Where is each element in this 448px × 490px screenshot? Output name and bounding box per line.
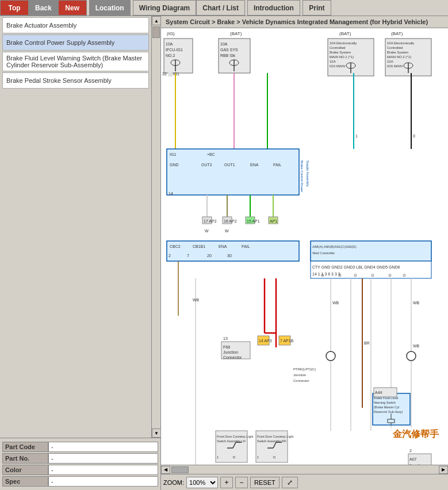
- prop-label-color: Color: [2, 465, 48, 475]
- svg-text:7: 7: [187, 254, 189, 258]
- svg-text:⊙: ⊙: [403, 273, 406, 277]
- svg-text:10A Electronically: 10A Electronically: [387, 41, 414, 45]
- svg-text:IGS MAIN: IGS MAIN: [387, 64, 403, 68]
- introduction-button[interactable]: Introduction: [247, 0, 300, 16]
- svg-text:1: 1: [355, 134, 358, 138]
- svg-text:GAS SYS: GAS SYS: [220, 48, 238, 52]
- svg-text:(BAT): (BAT): [339, 31, 351, 36]
- svg-text:ENA: ENA: [250, 163, 259, 167]
- svg-text:10A: 10A: [330, 60, 336, 63]
- prop-label-partno: Part No.: [2, 453, 48, 464]
- prop-value-partno: -: [48, 453, 158, 464]
- left-panel: Brake Actuator Assembly Brake Control Po…: [0, 16, 161, 490]
- svg-text:Junction: Junction: [409, 464, 424, 465]
- svg-text:0: 0: [413, 134, 415, 138]
- svg-text:CBC2: CBC2: [170, 244, 181, 248]
- svg-text:IGS MAIN: IGS MAIN: [330, 64, 345, 68]
- svg-text:Brake Control Power: Brake Control Power: [300, 160, 304, 192]
- h-scroll-thumb[interactable]: [171, 466, 189, 473]
- chart-list-button[interactable]: Chart / List: [196, 0, 245, 16]
- svg-text:IG1: IG1: [170, 152, 176, 156]
- scroll-up-arrow[interactable]: ▲: [152, 16, 160, 25]
- svg-text:32 ⬜IG1: 32 ⬜IG1: [162, 71, 179, 76]
- diagram-scroll[interactable]: (IG) (BAT) (BAT) (BAT) 10A IFCU-IG1 NO.2…: [161, 28, 448, 465]
- svg-text:Junction: Junction: [293, 373, 306, 377]
- svg-text:WB: WB: [332, 301, 339, 305]
- svg-text:(Brake Master Cyl: (Brake Master Cyl: [374, 405, 399, 409]
- svg-text:Switch Assembly RH: Switch Assembly RH: [257, 439, 286, 443]
- print-button[interactable]: Print: [303, 0, 331, 16]
- svg-text:Supply Assembly: Supply Assembly: [306, 160, 309, 187]
- diagram-area[interactable]: (IG) (BAT) (BAT) (BAT) 10A IFCU-IG1 NO.2…: [161, 28, 448, 465]
- svg-text:RBB Slk: RBB Slk: [220, 53, 236, 58]
- svg-text:Junction: Junction: [223, 350, 238, 354]
- watermark: 金汽修帮手: [389, 427, 442, 442]
- scroll-thumb[interactable]: [152, 26, 160, 38]
- svg-text:Reservoir Sub-Assy): Reservoir Sub-Assy): [374, 410, 403, 414]
- new-button[interactable]: New: [58, 0, 87, 16]
- svg-text:⊙: ⊙: [371, 273, 374, 277]
- svg-text:30: 30: [227, 254, 232, 258]
- svg-text:(IG): (IG): [167, 31, 175, 36]
- nav-item-brake-pedal[interactable]: Brake Pedal Stroke Sensor Assembly: [2, 72, 149, 89]
- svg-text:GND: GND: [170, 163, 179, 167]
- svg-text:A44: A44: [375, 391, 382, 395]
- fullscreen-button[interactable]: ⤢: [282, 477, 298, 488]
- svg-text:PTRK(LPT)(C): PTRK(LPT)(C): [293, 368, 316, 371]
- zoom-out-button[interactable]: −: [235, 477, 248, 488]
- svg-text:Controlled: Controlled: [387, 46, 403, 49]
- prop-label-partcode: Part Code: [2, 442, 48, 452]
- svg-text:CB1B1: CB1B1: [193, 244, 205, 248]
- location-button[interactable]: Location: [89, 0, 131, 16]
- svg-text:W: W: [225, 229, 229, 233]
- h-scroll-right[interactable]: ▶: [439, 466, 448, 474]
- svg-text:ENA: ENA: [219, 244, 227, 248]
- zoom-reset-button[interactable]: RESET: [250, 477, 279, 488]
- svg-text:10A: 10A: [387, 60, 393, 63]
- svg-text:Skid Controller: Skid Controller: [312, 251, 335, 255]
- main-layout: Brake Actuator Assembly Brake Control Po…: [0, 16, 448, 490]
- svg-text:Front Door Courtesy Light: Front Door Courtesy Light: [257, 435, 294, 438]
- zoom-in-button[interactable]: +: [220, 477, 233, 488]
- svg-text:A07: A07: [409, 457, 417, 461]
- prop-row-color: Color -: [2, 465, 158, 475]
- svg-text:⊙: ⊙: [388, 273, 392, 277]
- svg-text:A98(A) A90(B)A91(C)A92(D): A98(A) A90(B)A91(C)A92(D): [312, 245, 357, 248]
- scroll-down-arrow[interactable]: ▼: [152, 428, 160, 438]
- svg-text:Front Door Courtesy Light: Front Door Courtesy Light: [217, 435, 254, 438]
- prop-label-spec: Spec: [2, 476, 48, 487]
- nav-item-brake-control[interactable]: Brake Control Power Supply Assembly: [2, 35, 149, 51]
- h-scroll-left[interactable]: ◀: [161, 466, 170, 474]
- svg-text:14: 14: [169, 192, 173, 196]
- svg-text:(BAT): (BAT): [391, 31, 403, 36]
- svg-text:Warning Switch: Warning Switch: [374, 401, 396, 404]
- svg-text:2: 2: [409, 449, 412, 453]
- bottom-bar: ZOOM: 100% 75% 125% 150% + − RESET ⤢: [161, 474, 448, 490]
- wiring-diagram-button[interactable]: Wiring Diagram: [133, 0, 197, 16]
- svg-text:⊙: ⊙: [354, 273, 357, 277]
- svg-text:10A: 10A: [220, 42, 228, 46]
- toolbar: Top Back New Location Wiring Diagram Cha…: [0, 0, 448, 16]
- svg-text:+BC: +BC: [207, 152, 215, 156]
- back-button[interactable]: Back: [29, 0, 58, 16]
- right-panel: System Circuit > Brake > Vehicle Dynamic…: [161, 16, 448, 490]
- prop-value-partcode: -: [48, 442, 158, 452]
- svg-point-149: [326, 351, 335, 361]
- svg-text:AP1: AP1: [270, 219, 277, 223]
- nav-item-brake-actuator[interactable]: Brake Actuator Assembly: [2, 17, 149, 33]
- prop-row-spec: Spec -: [2, 476, 158, 487]
- top-button[interactable]: Top: [0, 0, 29, 16]
- zoom-select[interactable]: 100% 75% 125% 150%: [186, 477, 218, 488]
- nav-item-brake-fluid[interactable]: Brake Fluid Level Warning Switch (Brake …: [2, 52, 149, 71]
- svg-text:F68: F68: [223, 345, 230, 349]
- h-scrollbar: ◀ ▶: [161, 465, 448, 474]
- scrollbar: ▲ ▼: [151, 16, 160, 438]
- svg-text:MAIN NO.1 (*1): MAIN NO.1 (*1): [330, 55, 354, 59]
- svg-text:OUT2: OUT2: [201, 163, 212, 167]
- svg-text:10A: 10A: [166, 42, 173, 46]
- svg-text:10A Electronically: 10A Electronically: [330, 41, 357, 45]
- breadcrumb: System Circuit > Brake > Vehicle Dynamic…: [161, 16, 448, 28]
- svg-text:2: 2: [169, 254, 171, 258]
- svg-text:13: 13: [223, 336, 228, 340]
- svg-text:17 AP2: 17 AP2: [204, 219, 217, 223]
